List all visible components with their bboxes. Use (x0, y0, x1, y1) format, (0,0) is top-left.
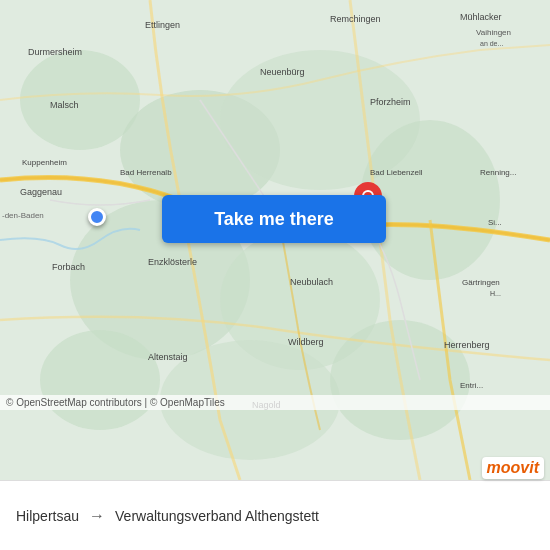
svg-point-7 (40, 330, 160, 430)
map-container: Durmersheim Ettlingen Remchingen Mühlack… (0, 0, 550, 480)
svg-text:Neuenbürg: Neuenbürg (260, 67, 305, 77)
route-info: Hilpertsau → Verwaltungsverband Althengs… (16, 507, 534, 525)
svg-text:Remchingen: Remchingen (330, 14, 381, 24)
svg-text:Malsch: Malsch (50, 100, 79, 110)
svg-point-1 (20, 50, 140, 150)
svg-text:Bad Herrenalb: Bad Herrenalb (120, 168, 172, 177)
svg-text:H...: H... (490, 290, 501, 297)
to-label: Verwaltungsverband Althengstett (115, 508, 319, 524)
svg-text:Ettlingen: Ettlingen (145, 20, 180, 30)
attribution-text: © OpenStreetMap contributors | © OpenMap… (6, 397, 225, 408)
svg-text:Altenstaig: Altenstaig (148, 352, 188, 362)
svg-text:Si...: Si... (488, 218, 502, 227)
svg-text:Gärtringen: Gärtringen (462, 278, 500, 287)
svg-text:Bad Liebenzell: Bad Liebenzell (370, 168, 423, 177)
origin-marker (88, 208, 106, 226)
svg-text:Mühlacker: Mühlacker (460, 12, 502, 22)
arrow-icon: → (89, 507, 105, 525)
bottom-bar: Hilpertsau → Verwaltungsverband Althengs… (0, 480, 550, 550)
svg-text:Enzklösterle: Enzklösterle (148, 257, 197, 267)
svg-text:Entri...: Entri... (460, 381, 483, 390)
svg-text:-den-Baden: -den-Baden (2, 211, 44, 220)
svg-text:Renning...: Renning... (480, 168, 516, 177)
attribution-bar: © OpenStreetMap contributors | © OpenMap… (0, 395, 550, 410)
svg-text:Vaihingen: Vaihingen (476, 28, 511, 37)
take-me-there-button[interactable]: Take me there (162, 195, 386, 243)
svg-text:Herrenberg: Herrenberg (444, 340, 490, 350)
svg-text:Kuppenheim: Kuppenheim (22, 158, 67, 167)
svg-text:Wildberg: Wildberg (288, 337, 324, 347)
moovit-logo-area: moovit (482, 457, 544, 479)
svg-text:Forbach: Forbach (52, 262, 85, 272)
svg-text:Gaggenau: Gaggenau (20, 187, 62, 197)
svg-text:Neubulach: Neubulach (290, 277, 333, 287)
svg-text:Pforzheim: Pforzheim (370, 97, 411, 107)
svg-text:an de...: an de... (480, 40, 503, 47)
moovit-logo-text: moovit (487, 459, 539, 477)
svg-text:Durmersheim: Durmersheim (28, 47, 82, 57)
from-label: Hilpertsau (16, 508, 79, 524)
